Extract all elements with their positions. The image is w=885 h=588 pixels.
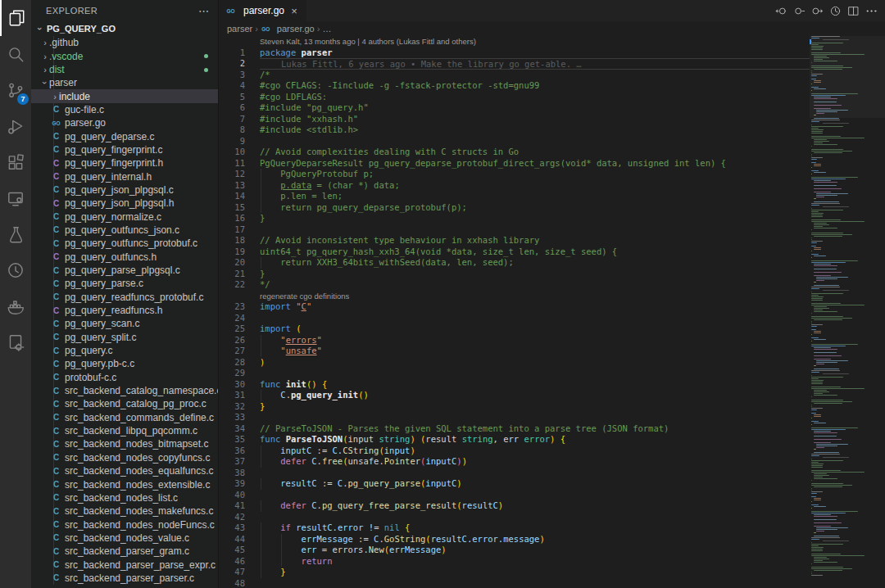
sidebar-more-actions-icon[interactable]: ⋯: [198, 5, 210, 17]
activity-containers-icon[interactable]: [0, 324, 31, 360]
code-line-32[interactable]: 32}: [219, 401, 810, 413]
code-line-26[interactable]: 26 "errors": [219, 335, 810, 346]
activity-remote-explorer-icon[interactable]: [0, 180, 31, 216]
tree-file-src-backend-nodes-value-c[interactable]: Csrc_backend_nodes_value.c: [31, 531, 218, 545]
code-line-22[interactable]: 22*/: [219, 279, 810, 291]
code-line-13[interactable]: 13 p.data = (char *) data;: [219, 180, 810, 192]
gitlens-prev-change[interactable]: [774, 3, 788, 18]
code-line-2[interactable]: 2Lukas Fittl, 6 years ago • Make the lib…: [219, 58, 810, 70]
code-lens-link[interactable]: regenerate cgo definitions: [260, 292, 349, 301]
code-line-9[interactable]: 9: [219, 136, 810, 147]
tree-file-pg-query-json-plpgsql-c[interactable]: Cpg_query_json_plpgsql.c: [31, 183, 218, 197]
activity-run-debug-icon[interactable]: [0, 108, 31, 144]
file-history-icon[interactable]: [828, 3, 842, 18]
activity-source-control-icon[interactable]: 7: [0, 72, 31, 108]
code-line-21[interactable]: 21}: [219, 269, 810, 280]
tree-file-src-backend-nodes-extensible-c[interactable]: Csrc_backend_nodes_extensible.c: [31, 477, 218, 491]
activity-testing-icon[interactable]: [0, 216, 31, 252]
code-line-36[interactable]: 36 inputC := C.CString(input): [219, 446, 810, 457]
tree-folder--vscode[interactable]: ›.vscode: [31, 49, 218, 62]
activity-docker-icon[interactable]: [0, 288, 31, 324]
code-line-40[interactable]: 40: [219, 490, 810, 501]
code-line-35[interactable]: 35func ParseToJSON(input string) (result…: [219, 434, 810, 446]
code-line-16[interactable]: 16}: [219, 213, 810, 224]
code-line-30[interactable]: 30func init() {: [219, 379, 810, 391]
tree-file-pg-query-deparse-c[interactable]: Cpg_query_deparse.c: [31, 129, 218, 142]
code-line-17[interactable]: 17: [219, 224, 810, 236]
tree-folder-parser[interactable]: ›parser: [31, 76, 218, 89]
tree-file-pg-query-normalize-c[interactable]: Cpg_query_normalize.c: [31, 210, 218, 223]
code-editor[interactable]: Steven Kalt, 13 months ago | 4 authors (…: [219, 36, 885, 588]
code-lens-link[interactable]: Steven Kalt, 13 months ago | 4 authors (…: [260, 37, 476, 46]
tree-file-src-backend-commands-define-c[interactable]: Csrc_backend_commands_define.c: [31, 411, 218, 424]
code-line-1[interactable]: 1package parser: [219, 47, 810, 59]
code-line-31[interactable]: 31 C.pg_query_init(): [219, 390, 810, 401]
code-line-38[interactable]: 38: [219, 468, 810, 479]
code-line-45[interactable]: 45 err = errors.New(errMessage): [219, 545, 810, 556]
activity-search-icon[interactable]: [0, 36, 31, 72]
code-line-42[interactable]: 42: [219, 512, 810, 523]
code-line-10[interactable]: 10// Avoid complexities dealing with C s…: [219, 147, 810, 158]
gitlens-next-change[interactable]: [810, 3, 824, 18]
code-line-46[interactable]: 46 return: [219, 556, 810, 568]
minimap[interactable]: [810, 36, 885, 588]
code-line-24[interactable]: 24: [219, 313, 810, 324]
tree-file-pg-query-parse-c[interactable]: Cpg_query_parse.c: [31, 277, 218, 290]
tree-file-pg-query-outfuncs-json-c[interactable]: Cpg_query_outfuncs_json.c: [31, 224, 218, 237]
breadcrumb-item-parser[interactable]: parser: [227, 24, 252, 34]
tree-file-pg-query-outfuncs-protobuf-c[interactable]: Cpg_query_outfuncs_protobuf.c: [31, 237, 218, 250]
code-line-43[interactable]: 43 if resultC.error != nil {: [219, 522, 810, 534]
tree-file-pg-query-internal-h[interactable]: Cpg_query_internal.h: [31, 170, 218, 183]
code-line-12[interactable]: 12 PgQueryProtobuf p;: [219, 169, 810, 180]
tree-file-parser-go[interactable]: GOparser.go: [31, 116, 218, 129]
tree-file-src-backend-nodes-copyfuncs-c[interactable]: Csrc_backend_nodes_copyfuncs.c: [31, 451, 218, 464]
tree-file-pg-query-outfuncs-h[interactable]: Cpg_query_outfuncs.h: [31, 251, 218, 264]
code-line-8[interactable]: 8#include <stdlib.h>: [219, 124, 810, 136]
tree-file-src-backend-parser-gram-c[interactable]: Csrc_backend_parser_gram.c: [31, 545, 218, 558]
code-line-25[interactable]: 25import (: [219, 323, 810, 335]
tree-file-pg-query-readfuncs-protobuf-c[interactable]: Cpg_query_readfuncs_protobuf.c: [31, 291, 218, 304]
tree-file-pg-query-fingerprint-h[interactable]: Cpg_query_fingerprint.h: [31, 156, 218, 170]
code-lens-row[interactable]: regenerate cgo definitions: [219, 291, 810, 302]
tree-file-pg-query-pb-c-c[interactable]: Cpg_query.pb-c.c: [31, 357, 218, 370]
code-line-19[interactable]: 19uint64_t pg_query_hash_xxh3_64(void *d…: [219, 247, 810, 258]
tree-file-src-backend-parser-parse-expr-c[interactable]: Csrc_backend_parser_parse_expr.c: [31, 558, 218, 571]
tree-file-protobuf-c-c[interactable]: Cprotobuf-c.c: [31, 371, 218, 384]
code-line-20[interactable]: 20 return XXH3_64bits_withSeed(data, len…: [219, 257, 810, 269]
tree-file-pg-query-parse-plpgsql-c[interactable]: Cpg_query_parse_plpgsql.c: [31, 264, 218, 277]
activity-gitlens-icon[interactable]: [0, 252, 31, 288]
code-line-14[interactable]: 14 p.len = len;: [219, 191, 810, 202]
tree-file-pg-query-json-plpgsql-h[interactable]: Cpg_query_json_plpgsql.h: [31, 197, 218, 210]
code-line-33[interactable]: 33: [219, 412, 810, 423]
code-lens-row[interactable]: Steven Kalt, 13 months ago | 4 authors (…: [219, 36, 810, 47]
tree-file-pg-query-readfuncs-h[interactable]: Cpg_query_readfuncs.h: [31, 304, 218, 317]
split-editor-icon[interactable]: [846, 3, 860, 18]
code-line-4[interactable]: 4#cgo CFLAGS: -Iinclude -g -fstack-prote…: [219, 80, 810, 92]
tree-file-pg-query-fingerprint-c[interactable]: Cpg_query_fingerprint.c: [31, 143, 218, 156]
breadcrumb-item--[interactable]: …: [322, 24, 331, 34]
tree-file-pg-query-scan-c[interactable]: Cpg_query_scan.c: [31, 317, 218, 330]
activity-extensions-icon[interactable]: [0, 144, 31, 180]
tree-folder-include[interactable]: ›include: [31, 89, 218, 102]
code-line-6[interactable]: 6#include "pg_query.h": [219, 102, 810, 114]
tree-folder-dist[interactable]: ›dist: [31, 63, 218, 76]
tree-file-src-backend-catalog-pg-proc-c[interactable]: Csrc_backend_catalog_pg_proc.c: [31, 397, 218, 410]
tree-file-src-backend-libpq-pqcomm-c[interactable]: Csrc_backend_libpq_pqcomm.c: [31, 424, 218, 437]
gitlens-changes[interactable]: [792, 3, 806, 18]
code-line-5[interactable]: 5#cgo LDFLAGS:: [219, 92, 810, 103]
code-line-39[interactable]: 39 resultC := C.pg_query_parse(inputC): [219, 478, 810, 490]
code-line-15[interactable]: 15 return pg_query_deparse_protobuf(p);: [219, 202, 810, 214]
tree-root-pg-query-go[interactable]: › PG_QUERY_GO: [31, 21, 218, 36]
code-line-18[interactable]: 18// Avoid inconsistent type behaviour i…: [219, 235, 810, 247]
code-line-48[interactable]: 48: [219, 578, 810, 588]
tree-file-src-backend-nodes-equalfuncs-c[interactable]: Csrc_backend_nodes_equalfuncs.c: [31, 464, 218, 477]
tree-file-src-backend-catalog-namespace-c[interactable]: Csrc_backend_catalog_namespace.c: [31, 384, 218, 397]
tree-folder--github[interactable]: ›.github: [31, 36, 218, 49]
tree-file-src-backend-nodes-nodefuncs-c[interactable]: Csrc_backend_nodes_nodeFuncs.c: [31, 518, 218, 531]
code-line-41[interactable]: 41 defer C.pg_query_free_parse_result(re…: [219, 500, 810, 512]
code-line-28[interactable]: 28): [219, 357, 810, 369]
breadcrumb-item-parser-go[interactable]: GOparser.go: [261, 24, 315, 34]
code-line-3[interactable]: 3/*: [219, 70, 810, 81]
close-tab-icon[interactable]: ×: [288, 5, 300, 17]
code-line-11[interactable]: 11PgQueryDeparseResult pg_query_deparse_…: [219, 158, 810, 170]
